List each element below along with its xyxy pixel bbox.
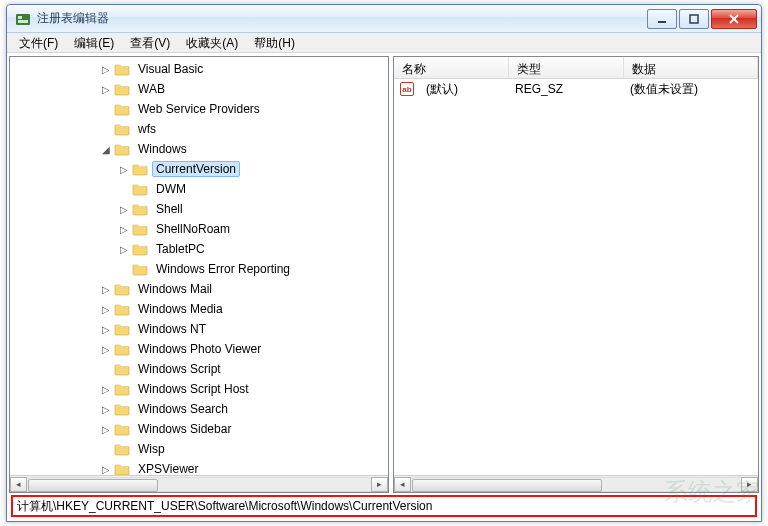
tree-item-label: Windows — [134, 141, 191, 157]
expand-toggle-icon[interactable]: ◢ — [100, 144, 112, 155]
expand-toggle-icon[interactable]: ▷ — [100, 284, 112, 295]
svg-rect-4 — [690, 15, 698, 23]
tree-item[interactable]: ▷CurrentVersion — [10, 159, 388, 179]
tree-item-label: Windows NT — [134, 321, 210, 337]
menu-fav[interactable]: 收藏夹(A) — [178, 33, 246, 53]
expand-toggle-icon[interactable]: ▷ — [100, 324, 112, 335]
scroll-left-button[interactable]: ◂ — [10, 477, 27, 492]
expand-toggle-icon[interactable]: ▷ — [118, 164, 130, 175]
value-name: (默认) — [418, 81, 507, 98]
svg-rect-1 — [18, 16, 22, 19]
values-list[interactable]: ab(默认)REG_SZ(数值未设置) — [394, 79, 758, 475]
expand-toggle-icon[interactable]: ▷ — [100, 344, 112, 355]
svg-rect-0 — [16, 14, 30, 25]
tree-item[interactable]: ▷Shell — [10, 199, 388, 219]
col-type[interactable]: 类型 — [509, 57, 624, 78]
expand-toggle-icon[interactable]: ▷ — [100, 404, 112, 415]
tree-item-label: DWM — [152, 181, 190, 197]
tree-item[interactable]: ▷Windows Photo Viewer — [10, 339, 388, 359]
tree-item-label: WAB — [134, 81, 169, 97]
folder-icon — [114, 302, 130, 316]
tree-item[interactable]: ▷Windows Script Host — [10, 379, 388, 399]
tree-panel: ▷Visual Basic▷WABWeb Service Providerswf… — [9, 56, 389, 493]
tree-item[interactable]: DWM — [10, 179, 388, 199]
tree-item[interactable]: ▷XPSViewer — [10, 459, 388, 475]
tree-item[interactable]: ◢Windows — [10, 139, 388, 159]
tree-item[interactable]: ▷Windows Mail — [10, 279, 388, 299]
folder-icon — [114, 102, 130, 116]
tree-item[interactable]: ▷Visual Basic — [10, 59, 388, 79]
folder-icon — [114, 422, 130, 436]
menu-file[interactable]: 文件(F) — [11, 33, 66, 53]
minimize-button[interactable] — [647, 9, 677, 29]
folder-icon — [132, 202, 148, 216]
folder-icon — [114, 462, 130, 475]
scroll-track[interactable] — [411, 477, 741, 492]
tree-item[interactable]: ▷WAB — [10, 79, 388, 99]
tree-item[interactable]: wfs — [10, 119, 388, 139]
tree-item-label: Windows Mail — [134, 281, 216, 297]
expand-toggle-icon[interactable]: ▷ — [118, 224, 130, 235]
value-row[interactable]: ab(默认)REG_SZ(数值未设置) — [394, 79, 758, 99]
expand-toggle-icon[interactable]: ▷ — [100, 464, 112, 475]
expand-toggle-icon[interactable]: ▷ — [100, 64, 112, 75]
maximize-button[interactable] — [679, 9, 709, 29]
menu-bar: 文件(F) 编辑(E) 查看(V) 收藏夹(A) 帮助(H) — [7, 33, 761, 53]
tree-item[interactable]: ▷TabletPC — [10, 239, 388, 259]
scroll-right-button[interactable]: ▸ — [741, 477, 758, 492]
tree-item-label: Windows Error Reporting — [152, 261, 294, 277]
menu-edit[interactable]: 编辑(E) — [66, 33, 122, 53]
folder-icon — [114, 142, 130, 156]
tree-item[interactable]: Wisp — [10, 439, 388, 459]
folder-icon — [114, 62, 130, 76]
tree-item[interactable]: ▷Windows Sidebar — [10, 419, 388, 439]
folder-icon — [114, 342, 130, 356]
list-header: 名称 类型 数据 — [394, 57, 758, 79]
menu-help[interactable]: 帮助(H) — [246, 33, 303, 53]
tree-item-label: wfs — [134, 121, 160, 137]
col-data[interactable]: 数据 — [624, 57, 758, 78]
tree-item[interactable]: ▷Windows NT — [10, 319, 388, 339]
expand-toggle-icon[interactable]: ▷ — [118, 204, 130, 215]
scroll-track[interactable] — [27, 477, 371, 492]
tree-item[interactable]: Windows Error Reporting — [10, 259, 388, 279]
tree-item[interactable]: ▷ShellNoRoam — [10, 219, 388, 239]
folder-icon — [114, 282, 130, 296]
folder-icon — [114, 82, 130, 96]
tree-item-label: Web Service Providers — [134, 101, 264, 117]
expand-toggle-icon[interactable]: ▷ — [100, 384, 112, 395]
tree-item[interactable]: ▷Windows Media — [10, 299, 388, 319]
app-icon — [15, 11, 31, 27]
title-bar[interactable]: 注册表编辑器 — [7, 5, 761, 33]
expand-toggle-icon[interactable]: ▷ — [118, 244, 130, 255]
folder-icon — [132, 162, 148, 176]
folder-icon — [132, 262, 148, 276]
folder-icon — [132, 222, 148, 236]
tree-item[interactable]: Windows Script — [10, 359, 388, 379]
string-value-icon: ab — [400, 82, 414, 96]
tree-item-label: ShellNoRoam — [152, 221, 234, 237]
expand-toggle-icon[interactable]: ▷ — [100, 424, 112, 435]
scroll-right-button[interactable]: ▸ — [371, 477, 388, 492]
folder-icon — [114, 322, 130, 336]
expand-toggle-icon[interactable]: ▷ — [100, 84, 112, 95]
values-h-scrollbar[interactable]: ◂ ▸ — [394, 475, 758, 492]
folder-icon — [114, 402, 130, 416]
registry-tree[interactable]: ▷Visual Basic▷WABWeb Service Providerswf… — [10, 57, 388, 475]
expand-toggle-icon[interactable]: ▷ — [100, 304, 112, 315]
tree-item[interactable]: ▷Windows Search — [10, 399, 388, 419]
tree-item-label: Shell — [152, 201, 187, 217]
menu-view[interactable]: 查看(V) — [122, 33, 178, 53]
window-title: 注册表编辑器 — [37, 10, 109, 27]
folder-icon — [132, 182, 148, 196]
value-type: REG_SZ — [507, 82, 622, 96]
scroll-left-button[interactable]: ◂ — [394, 477, 411, 492]
scroll-thumb[interactable] — [412, 479, 602, 492]
col-name[interactable]: 名称 — [394, 57, 509, 78]
scroll-thumb[interactable] — [28, 479, 158, 492]
close-button[interactable] — [711, 9, 757, 29]
tree-h-scrollbar[interactable]: ◂ ▸ — [10, 475, 388, 492]
folder-icon — [114, 122, 130, 136]
tree-item[interactable]: Web Service Providers — [10, 99, 388, 119]
svg-rect-2 — [18, 20, 28, 23]
